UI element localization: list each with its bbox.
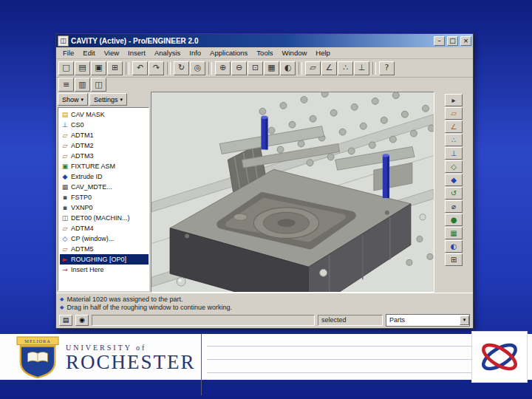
operation-icon: ► <box>61 256 69 263</box>
show-button[interactable]: Show ▾ <box>58 93 88 106</box>
folder-icon: ▤ <box>61 111 69 118</box>
tree-item[interactable]: ▣FIXTURE ASM <box>60 161 149 171</box>
tree-item[interactable]: ▱ADTM4 <box>60 223 149 233</box>
tree-item[interactable]: →Insert Here <box>60 265 149 275</box>
app-icon: ◫ <box>58 35 69 47</box>
tree-item-label: ADTM4 <box>71 225 94 232</box>
status-line-text: Material 1020 was assigned to the part. <box>66 296 183 303</box>
revolve-icon[interactable]: ↺ <box>445 187 463 200</box>
redo-icon[interactable]: ↷ <box>149 61 164 75</box>
search-icon[interactable]: ◎ <box>190 61 205 75</box>
tree-item[interactable]: ▪FSTP0 <box>60 192 149 202</box>
help-icon[interactable]: ? <box>379 61 395 75</box>
open-file-icon[interactable]: ▤ <box>75 61 90 75</box>
save-icon[interactable]: ▣ <box>91 61 106 75</box>
zoom-in-icon[interactable]: ⊕ <box>215 61 231 75</box>
assembly-icon: ▣ <box>61 163 69 170</box>
datum-point-icon[interactable]: ∴ <box>445 134 463 146</box>
university-line-large: ROCHESTER <box>66 352 196 372</box>
print-icon[interactable]: ⊞ <box>445 253 463 266</box>
menu-edit[interactable]: Edit <box>78 48 99 58</box>
selected-indicator: selected <box>318 315 383 326</box>
view-manager-icon[interactable]: ◫ <box>91 78 106 92</box>
tree-item-label: CAV MASK <box>71 111 105 118</box>
shade-icon[interactable]: ◐ <box>445 240 463 253</box>
saved-views-icon[interactable]: ◐ <box>280 61 296 75</box>
layers-icon[interactable]: ▥ <box>75 78 90 92</box>
close-button[interactable]: × <box>460 36 471 46</box>
tree-item[interactable]: ▱ADTM5 <box>60 244 149 254</box>
title-bar[interactable]: ◫ CAVITY (Active) - Pro/ENGINEER 2.0 – □… <box>56 34 473 47</box>
csys-icon[interactable]: ⊥ <box>354 61 369 75</box>
round-icon[interactable]: ● <box>445 214 463 226</box>
tree-item[interactable]: ▪VXNP0 <box>60 202 149 213</box>
new-file-icon[interactable]: □ <box>58 61 74 75</box>
datum-plane-icon[interactable]: ▱ <box>445 107 463 120</box>
repaint-icon[interactable]: ▦ <box>264 61 279 75</box>
chevron-down-icon[interactable]: ▾ <box>460 316 469 325</box>
tree-item[interactable]: ◆Extrude ID <box>60 171 149 182</box>
datum-plane-icon[interactable]: ▱ <box>305 61 321 75</box>
sketch-icon[interactable]: ◇ <box>445 160 463 173</box>
tree-item-label: Insert Here <box>71 266 104 273</box>
tree-item[interactable]: ◫DET00 (MACHIN...) <box>60 213 149 223</box>
maximize-button[interactable]: □ <box>447 36 458 46</box>
menu-insert[interactable]: Insert <box>123 48 150 58</box>
datum-axis-icon[interactable]: ∠ <box>321 61 337 75</box>
chevron-down-icon: ▾ <box>81 97 84 103</box>
menu-view[interactable]: View <box>100 48 123 58</box>
menu-tools[interactable]: Tools <box>252 48 277 58</box>
tree-item[interactable]: ◇CP (window)... <box>60 233 149 244</box>
tree-item[interactable]: ▱ADTM2 <box>60 140 149 151</box>
tree-item[interactable]: ▱ADTM3 <box>60 151 149 161</box>
menu-file[interactable]: File <box>58 48 78 58</box>
menu-applications[interactable]: Applications <box>205 48 252 58</box>
menu-help[interactable]: Help <box>311 48 335 58</box>
feature-toolbar: ▸ ▱ ∠ ∴ ⊥ ◇ ◆ ↺ ⌀ ● ▦ ◐ ⊞ <box>434 92 473 293</box>
refit-icon[interactable]: ⊡ <box>248 61 263 75</box>
select-arrow-icon[interactable]: ▸ <box>445 94 463 106</box>
pattern-icon[interactable]: ▦ <box>445 227 463 239</box>
tree-item[interactable]: ⊥CS0 <box>60 120 149 130</box>
cad-model-render <box>151 92 434 292</box>
model-tree-icon[interactable]: ≡ <box>58 78 74 92</box>
csys-icon[interactable]: ⊥ <box>445 147 463 160</box>
tree-item-label: ROUGHING [OP0] <box>71 256 126 263</box>
menu-info[interactable]: Info <box>185 48 205 58</box>
slide-background: ◫ CAVITY (Active) - Pro/ENGINEER 2.0 – □… <box>0 0 532 399</box>
tree-item-label: DET00 (MACHIN...) <box>71 214 130 222</box>
swirl-logo-icon <box>474 334 525 380</box>
tree-item[interactable]: ▦CAV_MDTE... <box>60 182 149 192</box>
toolbar-separator <box>208 62 212 75</box>
feature-icon: ▪ <box>61 204 69 211</box>
footer-divider-line <box>201 334 202 395</box>
3d-viewport[interactable] <box>151 92 434 293</box>
tree-item-label: ADTM2 <box>71 142 94 149</box>
tree-item-label: ADTM1 <box>71 132 94 139</box>
clipboard-icon[interactable]: ▤ <box>59 315 72 326</box>
settings-button[interactable]: Settings ▾ <box>89 93 127 106</box>
print-icon[interactable]: ⊞ <box>107 61 123 75</box>
undo-icon[interactable]: ↶ <box>132 61 148 75</box>
tree-item-selected[interactable]: ►ROUGHING [OP0] <box>60 254 149 265</box>
tree-item[interactable]: ▱ADTM1 <box>60 130 149 140</box>
datum-axis-icon[interactable]: ∠ <box>445 120 463 133</box>
status-line: ◆ Drag in half of the roughing window to… <box>60 304 469 311</box>
regenerate-icon[interactable]: ↻ <box>174 61 189 75</box>
lab-logo-box <box>471 331 528 383</box>
datum-plane-icon: ▱ <box>61 142 69 149</box>
tree-item[interactable]: ▤CAV MASK <box>60 109 149 120</box>
minimize-button[interactable]: – <box>434 36 445 46</box>
camera-icon[interactable]: ◉ <box>75 315 89 326</box>
zoom-out-icon[interactable]: ⊖ <box>231 61 247 75</box>
datum-point-icon[interactable]: ∴ <box>338 61 353 75</box>
selection-filter-dropdown[interactable]: Parts ▾ <box>386 314 470 327</box>
extrude-icon: ◆ <box>61 173 69 180</box>
menu-analysis[interactable]: Analysis <box>150 48 185 58</box>
tree-item-label: ADTM3 <box>71 152 94 160</box>
csys-icon: ⊥ <box>61 121 69 129</box>
hole-icon[interactable]: ⌀ <box>445 200 463 213</box>
menu-window[interactable]: Window <box>278 48 312 58</box>
extrude-icon[interactable]: ◆ <box>445 174 463 186</box>
window-title: CAVITY (Active) - Pro/ENGINEER 2.0 <box>71 37 432 45</box>
